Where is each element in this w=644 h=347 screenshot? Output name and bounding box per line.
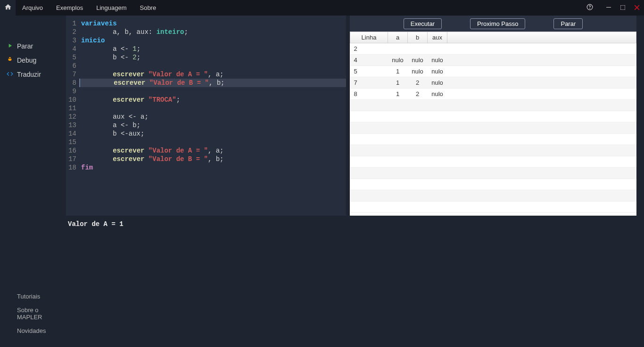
svg-rect-3 bbox=[620, 5, 625, 10]
code-line[interactable]: escrever "TROCA"; bbox=[81, 96, 346, 104]
line-number: 4 bbox=[66, 45, 76, 53]
table-row[interactable]: 4nulonulonulo bbox=[350, 55, 636, 66]
code-editor[interactable]: 123456789101112131415161718 variaveis a,… bbox=[66, 16, 346, 216]
table-cell: 4 bbox=[350, 55, 388, 66]
table-cell bbox=[388, 43, 408, 55]
col-header-aux: aux bbox=[428, 32, 447, 43]
menu-arquivo[interactable]: Arquivo bbox=[16, 0, 50, 16]
help-button[interactable] bbox=[583, 0, 597, 16]
line-number: 3 bbox=[66, 36, 76, 45]
table-cell: 2 bbox=[408, 89, 428, 100]
line-number: 16 bbox=[66, 146, 76, 155]
table-row bbox=[350, 134, 636, 145]
table-row bbox=[350, 156, 636, 168]
col-header-b: b bbox=[408, 32, 428, 43]
col-header-a: a bbox=[388, 32, 408, 43]
code-line[interactable] bbox=[81, 104, 346, 113]
code-line[interactable]: a, b, aux: inteiro; bbox=[81, 28, 346, 36]
table-row bbox=[350, 122, 636, 134]
line-number: 14 bbox=[66, 129, 76, 138]
line-number: 11 bbox=[66, 104, 76, 113]
debug-toolbar: Executar Proximo Passo Parar bbox=[350, 16, 636, 32]
code-line[interactable]: escrever "Valor de B = ", b; bbox=[79, 79, 346, 87]
line-number: 9 bbox=[66, 87, 76, 96]
table-cell: 1 bbox=[388, 77, 408, 89]
editor-code-area[interactable]: variaveis a, b, aux: inteiro;inicio a <-… bbox=[79, 16, 346, 216]
code-line[interactable] bbox=[81, 87, 346, 96]
table-cell: 2 bbox=[350, 43, 388, 55]
table-cell: nulo bbox=[388, 55, 408, 66]
home-button[interactable] bbox=[0, 0, 16, 16]
col-header-blank bbox=[447, 32, 636, 43]
code-line[interactable] bbox=[81, 62, 346, 70]
sidebar-label-traduzir: Traduzir bbox=[17, 71, 41, 78]
maximize-button[interactable] bbox=[616, 0, 630, 16]
code-line[interactable]: b <- 2; bbox=[81, 53, 346, 62]
table-cell: 7 bbox=[350, 77, 388, 89]
table-row[interactable]: 812nulo bbox=[350, 89, 636, 100]
sidebar-item-parar[interactable]: Parar bbox=[0, 39, 66, 53]
menu-linguagem[interactable]: Linguagem bbox=[90, 0, 133, 16]
titlebar: Arquivo Exemplos Linguagem Sobre bbox=[0, 0, 644, 16]
executar-button[interactable]: Executar bbox=[404, 18, 442, 29]
line-number: 5 bbox=[66, 53, 76, 62]
code-line[interactable]: b <-aux; bbox=[81, 129, 346, 138]
code-line[interactable]: fim bbox=[81, 163, 346, 172]
table-row[interactable]: 2 bbox=[350, 43, 636, 55]
close-button[interactable] bbox=[630, 0, 644, 16]
svg-point-1 bbox=[590, 8, 590, 9]
code-line[interactable]: a <- b; bbox=[81, 121, 346, 129]
table-cell: 1 bbox=[388, 66, 408, 77]
table-cell: 1 bbox=[388, 89, 408, 100]
main-menu: Arquivo Exemplos Linguagem Sobre bbox=[16, 0, 163, 16]
sidebar-item-tutoriais[interactable]: Tutoriais bbox=[0, 290, 66, 303]
line-number: 13 bbox=[66, 121, 76, 129]
code-line[interactable]: a <- 1; bbox=[81, 45, 346, 53]
content: 123456789101112131415161718 variaveis a,… bbox=[66, 16, 644, 347]
line-number: 12 bbox=[66, 113, 76, 121]
code-line[interactable]: escrever "Valor de B = ", b; bbox=[81, 155, 346, 163]
line-number: 6 bbox=[66, 62, 76, 70]
table-cell: 8 bbox=[350, 89, 388, 100]
menu-exemplos[interactable]: Exemplos bbox=[50, 0, 90, 16]
code-line[interactable]: inicio bbox=[81, 36, 346, 45]
parar-button[interactable]: Parar bbox=[553, 18, 583, 29]
menu-sobre[interactable]: Sobre bbox=[133, 0, 163, 16]
svg-rect-2 bbox=[606, 7, 611, 8]
console-line: Valor de A = 1 bbox=[68, 220, 642, 228]
code-icon bbox=[7, 71, 13, 79]
main-area: Parar Debug Traduzir Tutoriais Sobre o M… bbox=[0, 16, 644, 347]
table-row[interactable]: 712nulo bbox=[350, 77, 636, 89]
proximo-passo-button[interactable]: Proximo Passo bbox=[470, 18, 525, 29]
maximize-icon bbox=[620, 4, 625, 11]
sidebar-item-traduzir[interactable]: Traduzir bbox=[0, 67, 66, 81]
output-console[interactable]: Valor de A = 1 bbox=[66, 216, 644, 347]
line-number: 1 bbox=[66, 19, 76, 28]
table-row bbox=[350, 168, 636, 179]
sidebar-item-debug[interactable]: Debug bbox=[0, 53, 66, 67]
upper-panels: 123456789101112131415161718 variaveis a,… bbox=[66, 16, 644, 216]
code-line[interactable]: escrever "Valor de A = ", a; bbox=[81, 70, 346, 79]
code-line[interactable]: aux <- a; bbox=[81, 113, 346, 121]
minimize-button[interactable] bbox=[602, 0, 616, 16]
table-row bbox=[350, 111, 636, 122]
table-cell: nulo bbox=[408, 66, 428, 77]
table-row bbox=[350, 100, 636, 111]
line-number: 8 bbox=[66, 79, 76, 87]
sidebar-item-sobre-mapler[interactable]: Sobre o MAPLER bbox=[0, 303, 66, 324]
titlebar-left: Arquivo Exemplos Linguagem Sobre bbox=[0, 0, 163, 16]
code-line[interactable] bbox=[81, 138, 346, 146]
editor-gutter: 123456789101112131415161718 bbox=[66, 16, 79, 216]
debug-table: Linha a b aux 24nulonulonulo51nulonulo71… bbox=[350, 32, 636, 213]
sidebar-label-debug: Debug bbox=[17, 56, 36, 64]
debug-table-wrap[interactable]: Linha a b aux 24nulonulonulo51nulonulo71… bbox=[350, 32, 636, 216]
line-number: 18 bbox=[66, 163, 76, 172]
line-number: 10 bbox=[66, 96, 76, 104]
code-line[interactable]: escrever "Valor de A = ", a; bbox=[81, 146, 346, 155]
code-line[interactable]: variaveis bbox=[81, 19, 346, 28]
table-row[interactable]: 51nulonulo bbox=[350, 66, 636, 77]
sidebar-item-novidades[interactable]: Novidades bbox=[0, 324, 66, 338]
window-controls bbox=[583, 0, 644, 16]
sidebar-bottom: Tutoriais Sobre o MAPLER Novidades bbox=[0, 290, 66, 338]
col-header-linha: Linha bbox=[350, 32, 388, 43]
